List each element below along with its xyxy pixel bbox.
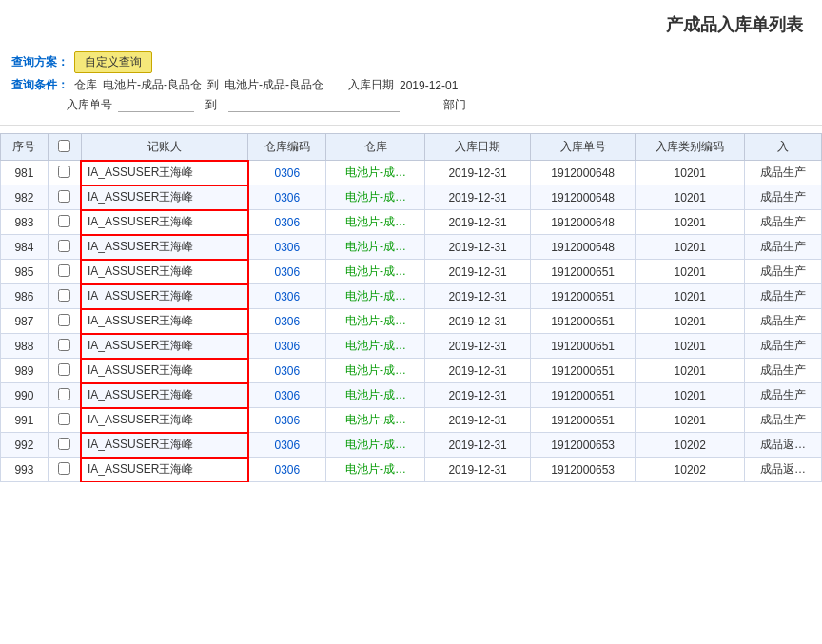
cell-type-code: 10201 (636, 359, 745, 383)
cell-warehouse[interactable]: 电池片-成… (326, 235, 425, 260)
row-checkbox[interactable] (58, 289, 70, 302)
cell-wh-code[interactable]: 0306 (248, 235, 326, 260)
row-checkbox[interactable] (58, 413, 70, 425)
cell-checkbox[interactable] (48, 185, 81, 210)
cell-checkbox[interactable] (48, 433, 81, 458)
scheme-label: 查询方案： (11, 54, 68, 70)
cell-type-code: 10201 (636, 408, 745, 433)
cell-warehouse[interactable]: 电池片-成… (326, 458, 425, 482)
cell-date: 2019-12-31 (425, 185, 531, 210)
cell-type-code: 10201 (636, 334, 745, 359)
cell-checkbox[interactable] (48, 408, 81, 433)
cell-order: 1912000651 (530, 408, 636, 433)
cell-date: 2019-12-31 (425, 458, 531, 482)
cell-type: 成品返… (745, 433, 822, 458)
row-checkbox[interactable] (58, 314, 70, 326)
header-checkbox[interactable] (48, 134, 81, 161)
cell-checkbox[interactable] (48, 284, 81, 309)
cell-wh-code[interactable]: 0306 (248, 309, 326, 334)
cell-checkbox[interactable] (48, 235, 81, 260)
cell-checkbox[interactable] (48, 458, 81, 482)
table-row: 983IA_ASSUSER王海峰0306电池片-成…2019-12-311912… (1, 210, 822, 235)
row-checkbox[interactable] (58, 240, 70, 252)
select-all-checkbox[interactable] (58, 140, 70, 152)
cell-checkbox[interactable] (48, 210, 81, 235)
row-checkbox[interactable] (58, 363, 70, 376)
row-checkbox[interactable] (58, 166, 70, 178)
cell-wh-code[interactable]: 0306 (248, 185, 326, 210)
table-row: 984IA_ASSUSER王海峰0306电池片-成…2019-12-311912… (1, 235, 822, 260)
cell-checkbox[interactable] (48, 309, 81, 334)
cell-wh-code[interactable]: 0306 (248, 210, 326, 235)
cell-warehouse[interactable]: 电池片-成… (326, 408, 425, 433)
cell-recorder: IA_ASSUSER王海峰 (81, 235, 247, 260)
cell-type: 成品生产 (745, 408, 822, 433)
row-checkbox[interactable] (58, 388, 70, 400)
cond4-label: 部门 (443, 97, 466, 113)
table-row: 988IA_ASSUSER王海峰0306电池片-成…2019-12-311912… (1, 334, 822, 359)
row-checkbox[interactable] (58, 438, 70, 450)
cell-warehouse[interactable]: 电池片-成… (326, 383, 425, 408)
row-checkbox[interactable] (58, 264, 70, 277)
cell-wh-code[interactable]: 0306 (248, 260, 326, 284)
cell-warehouse[interactable]: 电池片-成… (326, 309, 425, 334)
cell-date: 2019-12-31 (425, 284, 531, 309)
cell-checkbox[interactable] (48, 161, 81, 185)
cell-seq: 993 (1, 458, 49, 482)
row-checkbox[interactable] (58, 190, 70, 203)
cell-type-code: 10201 (636, 161, 745, 185)
cell-type-code: 10202 (636, 433, 745, 458)
header-recorder: 记账人 (81, 134, 247, 161)
cell-type: 成品生产 (745, 185, 822, 210)
row-checkbox[interactable] (58, 339, 70, 351)
cell-warehouse[interactable]: 电池片-成… (326, 334, 425, 359)
cell-wh-code[interactable]: 0306 (248, 359, 326, 383)
cell-checkbox[interactable] (48, 334, 81, 359)
row-checkbox[interactable] (58, 215, 70, 227)
cell-type: 成品生产 (745, 309, 822, 334)
data-table: 序号 记账人 仓库编码 仓库 入库日期 入库单号 入库类别编码 入 981IA_… (0, 133, 822, 482)
cell-order: 1912000651 (530, 309, 636, 334)
cell-order: 1912000653 (530, 458, 636, 482)
cell-warehouse[interactable]: 电池片-成… (326, 210, 425, 235)
cell-warehouse[interactable]: 电池片-成… (326, 284, 425, 309)
cell-checkbox[interactable] (48, 260, 81, 284)
cell-warehouse[interactable]: 电池片-成… (326, 433, 425, 458)
cell-type: 成品生产 (745, 359, 822, 383)
cell-type-code: 10201 (636, 210, 745, 235)
cell-wh-code[interactable]: 0306 (248, 334, 326, 359)
cell-order: 1912000648 (530, 210, 636, 235)
cell-wh-code[interactable]: 0306 (248, 383, 326, 408)
cell-recorder: IA_ASSUSER王海峰 (81, 309, 247, 334)
cell-checkbox[interactable] (48, 359, 81, 383)
cond2-label: 入库日期 (348, 77, 394, 93)
header-type: 入 (745, 134, 822, 161)
cell-wh-code[interactable]: 0306 (248, 284, 326, 309)
cell-order: 1912000651 (530, 334, 636, 359)
table-row: 987IA_ASSUSER王海峰0306电池片-成…2019-12-311912… (1, 309, 822, 334)
cell-type: 成品生产 (745, 284, 822, 309)
cell-warehouse[interactable]: 电池片-成… (326, 185, 425, 210)
cell-warehouse[interactable]: 电池片-成… (326, 161, 425, 185)
table-container: 序号 记账人 仓库编码 仓库 入库日期 入库单号 入库类别编码 入 981IA_… (0, 126, 822, 482)
cell-wh-code[interactable]: 0306 (248, 161, 326, 185)
cell-type-code: 10201 (636, 235, 745, 260)
conditions-label: 查询条件： (11, 77, 68, 93)
cond3-label: 入库单号 (67, 97, 112, 113)
row-checkbox[interactable] (58, 462, 70, 475)
custom-query-button[interactable]: 自定义查询 (74, 51, 152, 73)
cell-warehouse[interactable]: 电池片-成… (326, 359, 425, 383)
cell-type-code: 10202 (636, 458, 745, 482)
cell-type: 成品生产 (745, 210, 822, 235)
cell-wh-code[interactable]: 0306 (248, 433, 326, 458)
header-date: 入库日期 (425, 134, 531, 161)
cell-date: 2019-12-31 (425, 359, 531, 383)
cell-date: 2019-12-31 (425, 260, 531, 284)
cell-wh-code[interactable]: 0306 (248, 458, 326, 482)
cell-checkbox[interactable] (48, 383, 81, 408)
cond1-to-value: 电池片-成品-良品仓 (225, 77, 323, 93)
cell-recorder: IA_ASSUSER王海峰 (81, 408, 247, 433)
cell-warehouse[interactable]: 电池片-成… (326, 260, 425, 284)
cell-recorder: IA_ASSUSER王海峰 (81, 359, 247, 383)
cell-wh-code[interactable]: 0306 (248, 408, 326, 433)
